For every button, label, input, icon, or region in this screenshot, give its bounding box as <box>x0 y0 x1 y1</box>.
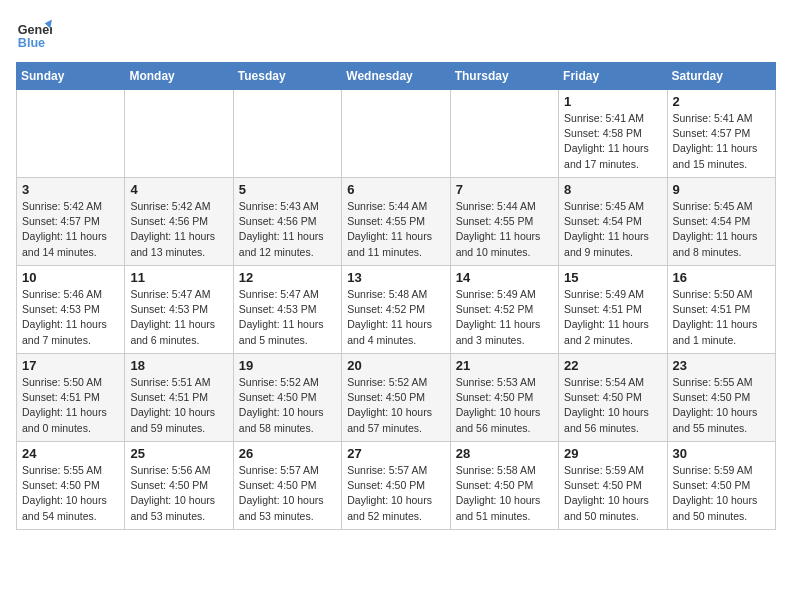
day-number: 8 <box>564 182 661 197</box>
weekday-row: SundayMondayTuesdayWednesdayThursdayFrid… <box>17 63 776 90</box>
calendar-cell <box>233 90 341 178</box>
weekday-header: Sunday <box>17 63 125 90</box>
weekday-header: Saturday <box>667 63 775 90</box>
calendar-week-row: 3Sunrise: 5:42 AM Sunset: 4:57 PM Daylig… <box>17 178 776 266</box>
day-number: 9 <box>673 182 770 197</box>
day-number: 28 <box>456 446 553 461</box>
day-number: 10 <box>22 270 119 285</box>
day-number: 30 <box>673 446 770 461</box>
weekday-header: Wednesday <box>342 63 450 90</box>
calendar-cell <box>125 90 233 178</box>
calendar-cell: 15Sunrise: 5:49 AM Sunset: 4:51 PM Dayli… <box>559 266 667 354</box>
calendar-cell: 1Sunrise: 5:41 AM Sunset: 4:58 PM Daylig… <box>559 90 667 178</box>
page-header: General Blue <box>16 16 776 52</box>
calendar-cell <box>450 90 558 178</box>
calendar-cell: 27Sunrise: 5:57 AM Sunset: 4:50 PM Dayli… <box>342 442 450 530</box>
weekday-header: Friday <box>559 63 667 90</box>
calendar-cell <box>342 90 450 178</box>
day-info: Sunrise: 5:47 AM Sunset: 4:53 PM Dayligh… <box>130 287 227 348</box>
calendar-cell: 5Sunrise: 5:43 AM Sunset: 4:56 PM Daylig… <box>233 178 341 266</box>
calendar-cell: 3Sunrise: 5:42 AM Sunset: 4:57 PM Daylig… <box>17 178 125 266</box>
calendar-cell: 13Sunrise: 5:48 AM Sunset: 4:52 PM Dayli… <box>342 266 450 354</box>
day-info: Sunrise: 5:50 AM Sunset: 4:51 PM Dayligh… <box>673 287 770 348</box>
day-info: Sunrise: 5:43 AM Sunset: 4:56 PM Dayligh… <box>239 199 336 260</box>
day-number: 23 <box>673 358 770 373</box>
calendar-cell: 10Sunrise: 5:46 AM Sunset: 4:53 PM Dayli… <box>17 266 125 354</box>
day-info: Sunrise: 5:57 AM Sunset: 4:50 PM Dayligh… <box>347 463 444 524</box>
logo-icon: General Blue <box>16 16 52 52</box>
day-info: Sunrise: 5:45 AM Sunset: 4:54 PM Dayligh… <box>564 199 661 260</box>
calendar-cell: 28Sunrise: 5:58 AM Sunset: 4:50 PM Dayli… <box>450 442 558 530</box>
calendar-cell: 30Sunrise: 5:59 AM Sunset: 4:50 PM Dayli… <box>667 442 775 530</box>
day-number: 17 <box>22 358 119 373</box>
day-info: Sunrise: 5:52 AM Sunset: 4:50 PM Dayligh… <box>347 375 444 436</box>
calendar-cell: 18Sunrise: 5:51 AM Sunset: 4:51 PM Dayli… <box>125 354 233 442</box>
calendar-cell: 14Sunrise: 5:49 AM Sunset: 4:52 PM Dayli… <box>450 266 558 354</box>
day-info: Sunrise: 5:48 AM Sunset: 4:52 PM Dayligh… <box>347 287 444 348</box>
day-info: Sunrise: 5:54 AM Sunset: 4:50 PM Dayligh… <box>564 375 661 436</box>
day-info: Sunrise: 5:45 AM Sunset: 4:54 PM Dayligh… <box>673 199 770 260</box>
day-number: 13 <box>347 270 444 285</box>
calendar-cell: 4Sunrise: 5:42 AM Sunset: 4:56 PM Daylig… <box>125 178 233 266</box>
svg-text:Blue: Blue <box>18 36 45 50</box>
calendar-week-row: 17Sunrise: 5:50 AM Sunset: 4:51 PM Dayli… <box>17 354 776 442</box>
calendar-cell: 25Sunrise: 5:56 AM Sunset: 4:50 PM Dayli… <box>125 442 233 530</box>
day-number: 1 <box>564 94 661 109</box>
day-info: Sunrise: 5:53 AM Sunset: 4:50 PM Dayligh… <box>456 375 553 436</box>
calendar-cell <box>17 90 125 178</box>
day-info: Sunrise: 5:57 AM Sunset: 4:50 PM Dayligh… <box>239 463 336 524</box>
calendar-cell: 11Sunrise: 5:47 AM Sunset: 4:53 PM Dayli… <box>125 266 233 354</box>
day-number: 22 <box>564 358 661 373</box>
day-info: Sunrise: 5:49 AM Sunset: 4:51 PM Dayligh… <box>564 287 661 348</box>
logo: General Blue <box>16 16 52 52</box>
calendar-table: SundayMondayTuesdayWednesdayThursdayFrid… <box>16 62 776 530</box>
calendar-cell: 16Sunrise: 5:50 AM Sunset: 4:51 PM Dayli… <box>667 266 775 354</box>
day-info: Sunrise: 5:47 AM Sunset: 4:53 PM Dayligh… <box>239 287 336 348</box>
day-info: Sunrise: 5:52 AM Sunset: 4:50 PM Dayligh… <box>239 375 336 436</box>
calendar-cell: 26Sunrise: 5:57 AM Sunset: 4:50 PM Dayli… <box>233 442 341 530</box>
day-number: 5 <box>239 182 336 197</box>
weekday-header: Monday <box>125 63 233 90</box>
calendar-week-row: 1Sunrise: 5:41 AM Sunset: 4:58 PM Daylig… <box>17 90 776 178</box>
day-number: 18 <box>130 358 227 373</box>
day-number: 12 <box>239 270 336 285</box>
day-number: 29 <box>564 446 661 461</box>
day-info: Sunrise: 5:55 AM Sunset: 4:50 PM Dayligh… <box>673 375 770 436</box>
calendar-cell: 2Sunrise: 5:41 AM Sunset: 4:57 PM Daylig… <box>667 90 775 178</box>
calendar-header: SundayMondayTuesdayWednesdayThursdayFrid… <box>17 63 776 90</box>
calendar-cell: 24Sunrise: 5:55 AM Sunset: 4:50 PM Dayli… <box>17 442 125 530</box>
calendar-cell: 9Sunrise: 5:45 AM Sunset: 4:54 PM Daylig… <box>667 178 775 266</box>
day-number: 6 <box>347 182 444 197</box>
calendar-cell: 12Sunrise: 5:47 AM Sunset: 4:53 PM Dayli… <box>233 266 341 354</box>
day-info: Sunrise: 5:46 AM Sunset: 4:53 PM Dayligh… <box>22 287 119 348</box>
day-info: Sunrise: 5:58 AM Sunset: 4:50 PM Dayligh… <box>456 463 553 524</box>
day-info: Sunrise: 5:42 AM Sunset: 4:57 PM Dayligh… <box>22 199 119 260</box>
day-number: 19 <box>239 358 336 373</box>
day-number: 27 <box>347 446 444 461</box>
calendar-week-row: 24Sunrise: 5:55 AM Sunset: 4:50 PM Dayli… <box>17 442 776 530</box>
day-info: Sunrise: 5:41 AM Sunset: 4:58 PM Dayligh… <box>564 111 661 172</box>
calendar-cell: 22Sunrise: 5:54 AM Sunset: 4:50 PM Dayli… <box>559 354 667 442</box>
day-info: Sunrise: 5:44 AM Sunset: 4:55 PM Dayligh… <box>347 199 444 260</box>
calendar-cell: 8Sunrise: 5:45 AM Sunset: 4:54 PM Daylig… <box>559 178 667 266</box>
calendar-cell: 21Sunrise: 5:53 AM Sunset: 4:50 PM Dayli… <box>450 354 558 442</box>
calendar-cell: 29Sunrise: 5:59 AM Sunset: 4:50 PM Dayli… <box>559 442 667 530</box>
day-number: 16 <box>673 270 770 285</box>
calendar-cell: 19Sunrise: 5:52 AM Sunset: 4:50 PM Dayli… <box>233 354 341 442</box>
weekday-header: Thursday <box>450 63 558 90</box>
day-info: Sunrise: 5:42 AM Sunset: 4:56 PM Dayligh… <box>130 199 227 260</box>
day-number: 26 <box>239 446 336 461</box>
calendar-cell: 23Sunrise: 5:55 AM Sunset: 4:50 PM Dayli… <box>667 354 775 442</box>
day-number: 3 <box>22 182 119 197</box>
weekday-header: Tuesday <box>233 63 341 90</box>
day-number: 24 <box>22 446 119 461</box>
calendar-cell: 17Sunrise: 5:50 AM Sunset: 4:51 PM Dayli… <box>17 354 125 442</box>
day-info: Sunrise: 5:56 AM Sunset: 4:50 PM Dayligh… <box>130 463 227 524</box>
day-info: Sunrise: 5:50 AM Sunset: 4:51 PM Dayligh… <box>22 375 119 436</box>
day-number: 2 <box>673 94 770 109</box>
day-number: 14 <box>456 270 553 285</box>
day-info: Sunrise: 5:41 AM Sunset: 4:57 PM Dayligh… <box>673 111 770 172</box>
day-info: Sunrise: 5:59 AM Sunset: 4:50 PM Dayligh… <box>673 463 770 524</box>
day-number: 21 <box>456 358 553 373</box>
day-number: 7 <box>456 182 553 197</box>
